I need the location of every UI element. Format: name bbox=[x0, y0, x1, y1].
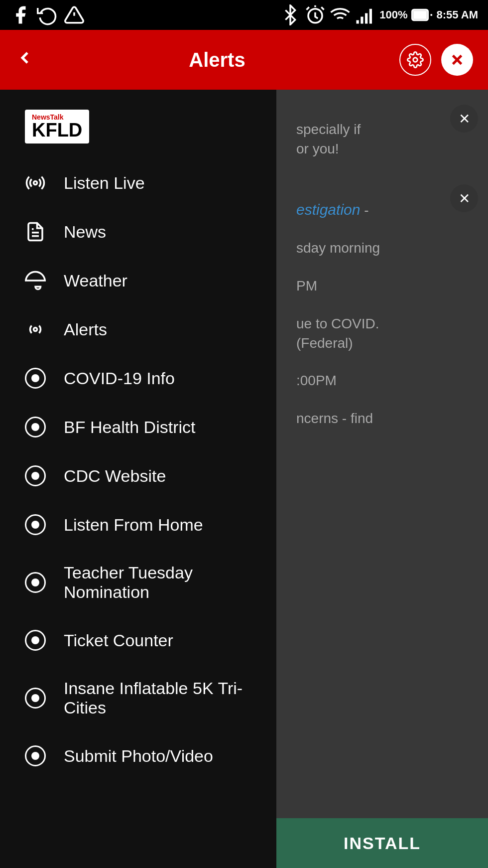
svg-point-15 bbox=[34, 181, 37, 185]
gear-icon bbox=[407, 51, 424, 68]
menu-item-teacher-tuesday[interactable]: Teacher Tuesday Nomination bbox=[0, 549, 276, 616]
menu-label-teacher-tuesday: Teacher Tuesday Nomination bbox=[64, 563, 251, 602]
navigation-drawer: NewsTalk KFLD Listen Live News Weather bbox=[0, 90, 276, 868]
facebook-icon bbox=[10, 4, 31, 25]
status-bar: 100% 8:55 AM bbox=[0, 0, 488, 30]
install-banner[interactable]: INSTALL bbox=[276, 818, 488, 868]
svg-point-12 bbox=[413, 58, 418, 62]
install-label: INSTALL bbox=[344, 834, 421, 853]
radio-icon-listen-home bbox=[25, 514, 46, 535]
time-display: 8:55 AM bbox=[436, 8, 478, 21]
menu-item-ticket-counter[interactable]: Ticket Counter bbox=[0, 616, 276, 665]
radio-icon-cdc bbox=[25, 465, 46, 486]
radio-icon-bf-health bbox=[25, 417, 46, 437]
bg-card-1: ✕ specially if or you! bbox=[291, 110, 473, 169]
menu-label-bf-health: BF Health District bbox=[64, 418, 196, 437]
radio-icon-insane-inflatable bbox=[25, 688, 46, 709]
card2-close-button[interactable]: ✕ bbox=[450, 184, 478, 212]
broadcast-icon bbox=[25, 172, 46, 193]
radio-icon-submit-photo bbox=[25, 745, 46, 766]
menu-item-alerts[interactable]: Alerts bbox=[0, 305, 276, 354]
menu-label-listen-home: Listen From Home bbox=[64, 515, 203, 535]
document-icon bbox=[25, 221, 46, 242]
svg-point-18 bbox=[34, 328, 37, 331]
menu-item-cdc[interactable]: CDC Website bbox=[0, 451, 276, 500]
card1-close-button[interactable]: ✕ bbox=[450, 105, 478, 133]
svg-rect-11 bbox=[414, 11, 427, 18]
menu-label-news: News bbox=[64, 222, 106, 242]
weather-icon bbox=[25, 270, 46, 291]
menu-item-bf-health[interactable]: BF Health District bbox=[0, 403, 276, 451]
menu-label-alerts: Alerts bbox=[64, 320, 107, 339]
app-logo: NewsTalk KFLD bbox=[0, 90, 276, 158]
main-content: NewsTalk KFLD Listen Live News Weather bbox=[0, 90, 488, 868]
menu-label-covid: COVID-19 Info bbox=[64, 369, 175, 388]
settings-button[interactable] bbox=[399, 44, 431, 76]
status-left-icons bbox=[10, 4, 85, 25]
svg-rect-8 bbox=[369, 9, 372, 24]
back-arrow-icon bbox=[15, 48, 35, 68]
menu-label-ticket-counter: Ticket Counter bbox=[64, 631, 173, 650]
page-title: Alerts bbox=[189, 49, 245, 71]
menu-item-listen-live[interactable]: Listen Live bbox=[0, 158, 276, 207]
battery-text: 100% bbox=[379, 8, 407, 21]
menu-item-submit-photo[interactable]: Submit Photo/Video bbox=[0, 731, 276, 780]
refresh-icon bbox=[37, 4, 58, 25]
wifi-icon bbox=[330, 4, 351, 25]
logo-bottom-text: KFLD bbox=[32, 121, 82, 140]
background-content: ✕ specially if or you! ✕ estigation - sd… bbox=[276, 90, 488, 868]
back-button[interactable] bbox=[15, 48, 35, 72]
menu-item-weather[interactable]: Weather bbox=[0, 256, 276, 305]
svg-rect-6 bbox=[361, 17, 363, 24]
svg-rect-7 bbox=[365, 13, 367, 24]
card1-text: specially if or you! bbox=[291, 110, 473, 168]
menu-label-weather: Weather bbox=[64, 271, 127, 290]
menu-label-cdc: CDC Website bbox=[64, 466, 166, 486]
alerts-icon bbox=[25, 319, 46, 340]
menu-label-insane-inflatable: Insane Inflatable 5K Tri-Cities bbox=[64, 679, 251, 718]
warning-icon bbox=[64, 4, 85, 25]
battery-icon bbox=[411, 4, 432, 25]
card2-text: estigation - sday morning PM ue to COVID… bbox=[291, 189, 473, 438]
bluetooth-icon bbox=[280, 4, 301, 25]
close-icon bbox=[449, 51, 466, 68]
menu-label-submit-photo: Submit Photo/Video bbox=[64, 746, 213, 766]
app-header: Alerts bbox=[0, 30, 488, 90]
radio-icon-covid bbox=[25, 368, 46, 389]
alarm-icon bbox=[305, 4, 326, 25]
radio-icon-ticket-counter bbox=[25, 630, 46, 651]
menu-item-covid[interactable]: COVID-19 Info bbox=[0, 354, 276, 403]
menu-label-listen-live: Listen Live bbox=[64, 173, 145, 193]
header-actions bbox=[399, 44, 473, 76]
menu-item-insane-inflatable[interactable]: Insane Inflatable 5K Tri-Cities bbox=[0, 665, 276, 731]
svg-rect-5 bbox=[357, 20, 359, 24]
bg-card-2: ✕ estigation - sday morning PM ue to COV… bbox=[291, 189, 473, 438]
radio-icon-teacher-tuesday bbox=[25, 572, 46, 593]
menu-item-listen-home[interactable]: Listen From Home bbox=[0, 500, 276, 549]
close-button[interactable] bbox=[441, 44, 473, 76]
signal-icon bbox=[355, 4, 375, 25]
status-right-icons: 100% 8:55 AM bbox=[280, 4, 478, 25]
menu-item-news[interactable]: News bbox=[0, 207, 276, 256]
